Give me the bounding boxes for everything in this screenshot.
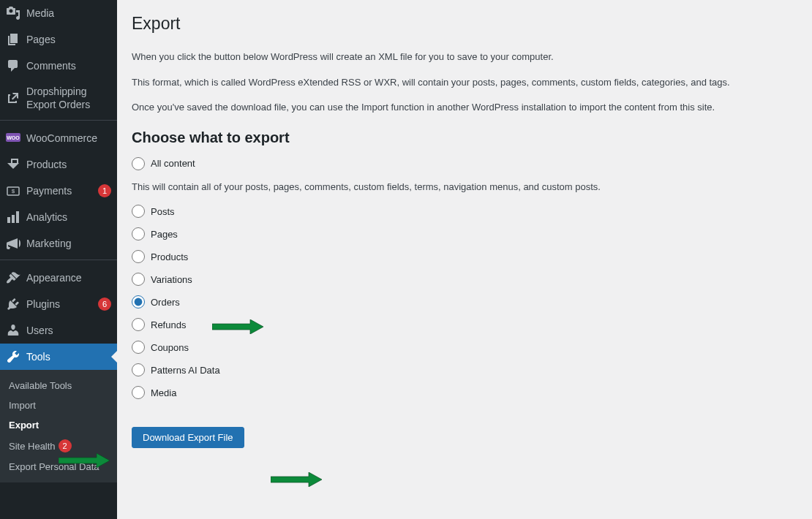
radio-label[interactable]: Products xyxy=(151,251,188,262)
submenu-item-export[interactable]: Export xyxy=(0,415,117,435)
option-refunds: Refunds xyxy=(132,318,797,331)
menu-separator xyxy=(0,117,117,121)
radio-label[interactable]: Media xyxy=(151,387,176,398)
svg-text:WOO: WOO xyxy=(7,135,20,140)
admin-sidebar: Media Pages Comments Dropshipping Export… xyxy=(0,0,117,519)
tools-icon xyxy=(6,349,20,364)
sidebar-item-label: Products xyxy=(26,158,111,171)
sidebar-item-label: Marketing xyxy=(26,237,111,250)
radio-label[interactable]: Patterns AI Data xyxy=(151,365,220,376)
radio-label[interactable]: Pages xyxy=(151,229,178,240)
plugins-icon xyxy=(6,297,20,311)
sidebar-item-media[interactable]: Media xyxy=(0,0,117,26)
intro-text-2: This format, which is called WordPress e… xyxy=(132,75,797,90)
sidebar-item-label: Tools xyxy=(26,350,111,363)
sidebar-item-marketing[interactable]: Marketing xyxy=(0,230,117,257)
sidebar-item-label: Plugins xyxy=(26,298,95,311)
option-products: Products xyxy=(132,250,797,263)
menu-separator xyxy=(0,257,117,260)
intro-text-1: When you click the button below WordPres… xyxy=(132,50,797,64)
page-title: Export xyxy=(132,7,797,37)
sidebar-item-label: Pages xyxy=(26,33,111,46)
intro-text-3: Once you've saved the download file, you… xyxy=(132,100,797,115)
users-icon xyxy=(6,323,20,338)
submenu-item-export-personal-data[interactable]: Export Personal Data xyxy=(0,457,117,477)
sidebar-item-label: Dropshipping Export Orders xyxy=(26,85,111,111)
option-orders: Orders xyxy=(132,295,797,308)
radio-label[interactable]: Posts xyxy=(151,206,175,217)
radio-patterns[interactable] xyxy=(132,363,145,376)
radio-products[interactable] xyxy=(132,250,145,263)
woocommerce-icon: WOO xyxy=(6,131,20,145)
analytics-icon xyxy=(6,210,20,224)
appearance-icon xyxy=(6,270,20,285)
option-patterns: Patterns AI Data xyxy=(132,363,797,376)
sidebar-item-comments[interactable]: Comments xyxy=(0,53,117,79)
comments-icon xyxy=(6,58,20,73)
badge: 1 xyxy=(98,184,111,197)
sidebar-item-label: Analytics xyxy=(26,211,111,224)
option-pages: Pages xyxy=(132,227,797,240)
download-export-button[interactable]: Download Export File xyxy=(132,427,244,448)
radio-label[interactable]: Coupons xyxy=(151,342,189,353)
sidebar-item-dropshipping[interactable]: Dropshipping Export Orders xyxy=(0,79,117,117)
all-content-description: This will contain all of your posts, pag… xyxy=(132,180,797,194)
sidebar-item-analytics[interactable]: Analytics xyxy=(0,204,117,230)
radio-coupons[interactable] xyxy=(132,341,145,354)
option-media: Media xyxy=(132,386,797,399)
sidebar-item-payments[interactable]: $ Payments 1 xyxy=(0,178,117,204)
payments-icon: $ xyxy=(6,183,20,198)
sidebar-item-pages[interactable]: Pages xyxy=(0,26,117,53)
external-icon xyxy=(6,91,20,105)
sidebar-item-label: Users xyxy=(26,324,111,337)
radio-label[interactable]: Variations xyxy=(151,274,192,285)
radio-label[interactable]: All content xyxy=(151,158,195,169)
sidebar-item-label: Comments xyxy=(26,59,111,72)
sidebar-item-tools[interactable]: Tools xyxy=(0,344,117,370)
page-icon xyxy=(6,32,20,47)
option-all-content: All content xyxy=(132,157,797,170)
option-variations: Variations xyxy=(132,273,797,286)
sidebar-item-users[interactable]: Users xyxy=(0,317,117,344)
radio-media[interactable] xyxy=(132,386,145,399)
marketing-icon xyxy=(6,236,20,251)
option-coupons: Coupons xyxy=(132,341,797,354)
radio-variations[interactable] xyxy=(132,273,145,286)
sidebar-item-woocommerce[interactable]: WOO WooCommerce xyxy=(0,125,117,151)
media-icon xyxy=(6,6,20,20)
option-posts: Posts xyxy=(132,205,797,218)
sidebar-item-label: Appearance xyxy=(26,271,111,284)
sidebar-item-plugins[interactable]: Plugins 6 xyxy=(0,291,117,317)
radio-label[interactable]: Orders xyxy=(151,297,180,308)
submenu-item-site-health[interactable]: Site Health2 xyxy=(0,435,117,457)
sidebar-item-label: WooCommerce xyxy=(26,132,111,145)
sidebar-item-label: Media xyxy=(26,7,111,20)
submenu-item-import[interactable]: Import xyxy=(0,395,117,415)
radio-label[interactable]: Refunds xyxy=(151,319,186,330)
radio-pages[interactable] xyxy=(132,227,145,240)
sidebar-item-label: Payments xyxy=(26,184,95,197)
main-content: Export When you click the button below W… xyxy=(117,0,812,519)
section-heading: Choose what to export xyxy=(132,129,797,146)
tools-submenu: Available Tools Import Export Site Healt… xyxy=(0,370,117,482)
submenu-item-available-tools[interactable]: Available Tools xyxy=(0,376,117,395)
radio-posts[interactable] xyxy=(132,205,145,218)
products-icon xyxy=(6,157,20,172)
sidebar-item-products[interactable]: Products xyxy=(0,151,117,178)
svg-text:$: $ xyxy=(12,188,15,194)
sidebar-item-appearance[interactable]: Appearance xyxy=(0,265,117,291)
radio-refunds[interactable] xyxy=(132,318,145,331)
radio-orders[interactable] xyxy=(132,295,145,308)
badge: 6 xyxy=(98,298,111,311)
badge: 2 xyxy=(59,439,72,452)
radio-all-content[interactable] xyxy=(132,157,145,170)
